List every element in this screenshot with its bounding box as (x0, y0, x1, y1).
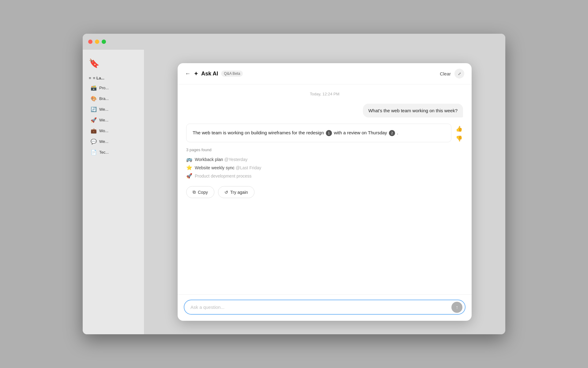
website2-icon: 🚀 (91, 117, 97, 123)
ai-text-before-ref1: The web team is working on building wire… (193, 130, 324, 135)
projects-icon: 🗃️ (91, 85, 97, 91)
sidebar-item-workback[interactable]: 💼 Wo... (85, 126, 142, 136)
thumbs-down-button[interactable]: 👎 (455, 135, 463, 143)
message-timestamp: Today, 12:24 PM (186, 92, 463, 96)
bookmark-icon: 🔖 (83, 53, 144, 73)
sidebar-section-title: ≡ ≡ La... (83, 73, 144, 83)
maximize-button[interactable] (102, 40, 106, 44)
list-icon: ≡ (89, 76, 91, 80)
dialog-header: ← ✦ Ask AI Q&A Beta Clear ⤢ (178, 63, 472, 84)
beta-badge: Q&A Beta (221, 71, 243, 77)
copy-icon: ⧉ (193, 190, 196, 195)
minimize-button[interactable] (95, 40, 99, 44)
user-message: What's the web team working on this week… (186, 104, 463, 117)
close-button[interactable] (88, 40, 92, 44)
retry-icon: ↺ (224, 190, 228, 195)
sidebar-item-label: We... (99, 107, 108, 112)
try-again-button[interactable]: ↺ Try again (218, 186, 254, 198)
send-button[interactable]: ↑ (451, 302, 462, 313)
ai-text-middle-content: with a review on Thursday (334, 130, 387, 135)
brand-icon: 🎨 (91, 96, 97, 102)
clear-button[interactable]: Clear (440, 71, 451, 76)
website1-icon: 🔄 (91, 106, 97, 112)
ai-response-row: The web team is working on building wire… (186, 124, 463, 143)
tech-icon: 📄 (91, 149, 97, 155)
workback-emoji: 🚌 (186, 156, 192, 162)
input-wrapper: ↑ (184, 300, 466, 315)
ai-bubble: The web team is working on building wire… (186, 124, 451, 142)
sidebar-item-label: Tec... (99, 150, 109, 155)
main-area: ← ✦ Ask AI Q&A Beta Clear ⤢ Today, 12:24… (144, 50, 505, 334)
sidebar-item-label: Bra... (99, 96, 109, 101)
page-item-website-sync[interactable]: ⭐ Website weekly sync @Last Friday (186, 163, 463, 172)
page-item-product-dev[interactable]: 🚀 Product development process (186, 172, 463, 180)
sidebar: 🔖 ≡ ≡ La... 🗃️ Pro... 🎨 Bra... 🔄 We... (83, 50, 144, 334)
pages-found: 3 pages found 🚌 Workback plan @Yesterday… (186, 148, 463, 180)
collapse-button[interactable]: ⤢ (454, 69, 464, 79)
collapse-icon: ⤢ (458, 71, 461, 76)
citation-1[interactable]: 1 (326, 130, 332, 136)
page-label-product-dev: Product development process (195, 174, 251, 178)
sidebar-items: 🗃️ Pro... 🎨 Bra... 🔄 We... 🚀 We... 💼 (83, 83, 144, 157)
workback-icon: 💼 (91, 128, 97, 134)
window-content: 🔖 ≡ ≡ La... 🗃️ Pro... 🎨 Bra... 🔄 We... (83, 50, 505, 334)
product-dev-emoji: 🚀 (186, 173, 192, 179)
copy-label: Copy (198, 190, 208, 195)
dialog-footer: ↑ (178, 294, 472, 321)
thumbs-up-button[interactable]: 👍 (455, 125, 463, 133)
website-sync-date: @Last Friday (236, 165, 261, 170)
feedback-buttons: 👍 👎 (455, 125, 463, 143)
sidebar-item-tech[interactable]: 📄 Tec... (85, 147, 142, 157)
copy-button[interactable]: ⧉ Copy (186, 186, 214, 198)
thumbs-down-icon: 👎 (456, 136, 462, 142)
ai-sparkle-icon: ✦ (194, 70, 199, 77)
pages-found-count: 3 pages found (186, 148, 463, 152)
sidebar-item-label: Wo... (99, 128, 108, 133)
sidebar-item-label: We... (99, 118, 108, 122)
page-label-website-sync: Website weekly sync @Last Friday (195, 165, 261, 170)
ai-text-after: . (397, 130, 398, 135)
send-icon: ↑ (456, 305, 458, 310)
page-label-workback: Workback plan @Yesterday (195, 157, 247, 162)
thumbs-up-icon: 👍 (456, 126, 462, 132)
sidebar-item-website2[interactable]: 🚀 We... (85, 115, 142, 125)
sidebar-item-weekly[interactable]: 💬 We... (85, 136, 142, 147)
workback-date: @Yesterday (224, 157, 247, 162)
sidebar-item-label: We... (99, 139, 108, 144)
user-bubble: What's the web team working on this week… (363, 104, 463, 117)
dialog-title: Ask AI (201, 71, 218, 77)
ai-response: The web team is working on building wire… (186, 124, 463, 198)
mac-window: 🔖 ≡ ≡ La... 🗃️ Pro... 🎨 Bra... 🔄 We... (83, 34, 505, 334)
dialog-body: Today, 12:24 PM What's the web team work… (178, 84, 472, 294)
question-input[interactable] (190, 300, 451, 314)
try-again-label: Try again (230, 190, 248, 195)
sidebar-item-brand[interactable]: 🎨 Bra... (85, 94, 142, 104)
weekly-icon: 💬 (91, 139, 97, 144)
sidebar-item-projects[interactable]: 🗃️ Pro... (85, 83, 142, 93)
back-icon: ← (185, 71, 190, 77)
page-item-workback[interactable]: 🚌 Workback plan @Yesterday (186, 155, 463, 163)
citation-2[interactable]: 2 (389, 130, 395, 136)
sidebar-item-label: Pro... (99, 86, 109, 90)
titlebar (83, 34, 505, 50)
action-buttons: ⧉ Copy ↺ Try again (186, 186, 463, 198)
ask-ai-dialog: ← ✦ Ask AI Q&A Beta Clear ⤢ Today, 12:24… (178, 63, 472, 321)
back-button[interactable]: ← (185, 71, 190, 77)
sidebar-item-website1[interactable]: 🔄 We... (85, 104, 142, 114)
website-sync-emoji: ⭐ (186, 165, 192, 171)
